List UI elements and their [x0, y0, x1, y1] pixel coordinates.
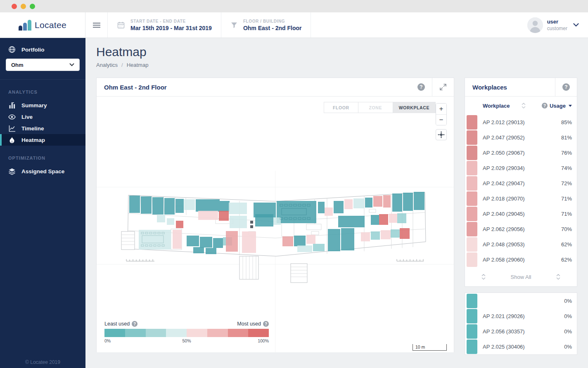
sidebar-toggle-button[interactable]: [85, 12, 107, 38]
workplace-usage: 76%: [561, 150, 572, 156]
floor-building-filter[interactable]: FLOOR / BUILDING Ohm East - 2nd Floor: [221, 12, 311, 38]
optimization-section-heading: OPTIMIZATION: [0, 146, 85, 165]
floor-filter-value: Ohm East - 2nd Floor: [243, 25, 302, 31]
table-row[interactable]: AP 2.048 (29053)62%: [465, 237, 577, 252]
workplace-usage: 71%: [561, 196, 572, 202]
workplace-name: AP 2.018 (29070): [483, 196, 525, 202]
table-row[interactable]: 0%: [465, 293, 577, 309]
usage-swatch: [467, 130, 477, 145]
sort-icon[interactable]: [522, 103, 526, 109]
heatmap-help-button[interactable]: ?: [410, 78, 432, 96]
legend-tick-100: 100%: [258, 338, 269, 343]
usage-swatch: [467, 340, 477, 354]
usage-swatch: [467, 294, 477, 308]
workplaces-title: Workplaces: [465, 78, 555, 96]
sidebar-item-timeline[interactable]: Timeline: [0, 123, 85, 134]
line-chart-icon: [8, 125, 16, 132]
date-filter-value: Mar 15th 2019 - Mar 31st 2019: [130, 25, 212, 31]
breadcrumb-heatmap: Heatmap: [127, 62, 149, 68]
sidebar-item-portfolio[interactable]: Portfolio: [0, 38, 85, 58]
view-toggle-zone[interactable]: ZONE: [358, 102, 393, 113]
table-row[interactable]: AP 2.029 (29034)74%: [465, 160, 577, 176]
date-range-filter[interactable]: START DATE - END DATE Mar 15th 2019 - Ma…: [107, 12, 221, 38]
recenter-button[interactable]: [436, 129, 447, 140]
window-close-button[interactable]: [12, 4, 17, 9]
sidebar-item-label: Summary: [21, 102, 47, 109]
calendar-icon: [117, 21, 125, 29]
sidebar-item-summary[interactable]: Summary: [0, 99, 85, 111]
help-icon[interactable]: ?: [263, 321, 269, 327]
table-row[interactable]: AP 2.021 (29026)0%: [465, 309, 577, 324]
view-toggle-floor[interactable]: FLOOR: [324, 102, 358, 113]
locatee-logo-icon: [19, 20, 31, 31]
table-row[interactable]: AP 2.062 (29056)70%: [465, 222, 577, 237]
table-row[interactable]: AP 2.025 (30406)0%: [465, 339, 577, 354]
funnel-icon: [230, 21, 238, 29]
table-row[interactable]: AP 2.056 (30357)0%: [465, 324, 577, 339]
legend-tick-0: 0%: [104, 338, 111, 343]
show-all-label: Show All: [511, 274, 531, 280]
table-row[interactable]: AP 2.012 (29013)85%: [465, 115, 577, 130]
workplaces-card-header: Workplaces ?: [465, 78, 577, 97]
sidebar-item-heatmap[interactable]: Heatmap: [0, 134, 85, 146]
window-zoom-button[interactable]: [30, 4, 35, 9]
layers-icon: [8, 168, 16, 175]
analytics-section-heading: ANALYTICS: [0, 80, 85, 99]
user-role: customer: [547, 26, 567, 31]
workplace-name: AP 2.042 (29047): [483, 180, 525, 186]
workplaces-card: Workplaces ? Workplace ? Usage AP 2.012 …: [465, 78, 577, 287]
breadcrumb: Analytics / Heatmap: [96, 62, 577, 68]
column-usage-sort[interactable]: ? Usage: [542, 103, 572, 109]
table-row[interactable]: AP 2.058 (29060)62%: [465, 252, 577, 267]
sort-icon: [556, 274, 560, 280]
sidebar-item-assigned-space[interactable]: Assigned Space: [0, 165, 85, 177]
usage-swatch: [467, 237, 477, 252]
workplaces-table-header: Workplace ? Usage: [465, 97, 577, 115]
legend-segment: [166, 329, 187, 337]
workplace-usage: 72%: [561, 180, 572, 186]
usage-swatch: [467, 324, 477, 339]
usage-swatch: [467, 161, 477, 175]
sidebar-item-label: Timeline: [21, 125, 44, 132]
map-viewport[interactable]: FLOOR ZONE WORKPLACE + −: [97, 97, 454, 352]
hamburger-icon: [93, 21, 100, 29]
expand-icon: [439, 83, 447, 91]
app-header: Locatee START DATE - END DATE Mar 15th 2…: [0, 12, 588, 38]
show-all-button[interactable]: Show All: [465, 267, 577, 286]
table-row[interactable]: AP 2.040 (29045)71%: [465, 206, 577, 222]
sort-icon: [481, 274, 486, 280]
table-row[interactable]: AP 2.050 (29067)76%: [465, 145, 577, 160]
fullscreen-button[interactable]: [432, 78, 454, 96]
zoom-in-button[interactable]: +: [436, 104, 446, 114]
portfolio-select[interactable]: Ohm: [6, 59, 80, 71]
user-menu[interactable]: user customer: [527, 12, 588, 38]
sidebar-item-label: Assigned Space: [21, 168, 64, 175]
breadcrumb-analytics[interactable]: Analytics: [96, 62, 118, 68]
zoom-controls: + −: [436, 103, 447, 125]
workplace-usage: 71%: [561, 211, 572, 217]
workplace-name: AP 2.021 (29026): [483, 313, 525, 319]
heatmap-card-header: Ohm East - 2nd Floor ?: [97, 78, 454, 97]
table-row[interactable]: AP 2.042 (29047)72%: [465, 176, 577, 191]
help-icon[interactable]: ?: [132, 321, 138, 327]
table-row[interactable]: AP 2.047 (29052)81%: [465, 130, 577, 145]
usage-swatch: [467, 309, 477, 323]
workplace-usage: 74%: [561, 165, 572, 171]
window-minimize-button[interactable]: [21, 4, 26, 9]
sidebar-item-live[interactable]: Live: [0, 111, 85, 123]
brand-logo[interactable]: Locatee: [0, 12, 85, 38]
column-workplace[interactable]: Workplace: [483, 103, 510, 109]
heatmap-card: Ohm East - 2nd Floor ? FLOOR ZONE WORKPL…: [96, 78, 454, 352]
view-toggle-workplace[interactable]: WORKPLACE: [393, 102, 436, 113]
crosshair-icon: [438, 131, 445, 138]
table-row[interactable]: AP 2.018 (29070)71%: [465, 191, 577, 206]
workplaces-panel: Workplaces ? Workplace ? Usage AP 2.012 …: [465, 78, 577, 355]
window-titlebar: [0, 0, 588, 12]
usage-swatch: [467, 191, 477, 206]
chevron-down-icon: [69, 63, 74, 66]
workplace-usage: 62%: [561, 241, 572, 248]
sidebar-item-label: Live: [21, 114, 33, 120]
zoom-out-button[interactable]: −: [436, 114, 446, 125]
workplace-name: AP 2.025 (30406): [483, 344, 525, 350]
workplaces-help-button[interactable]: ?: [555, 78, 577, 96]
